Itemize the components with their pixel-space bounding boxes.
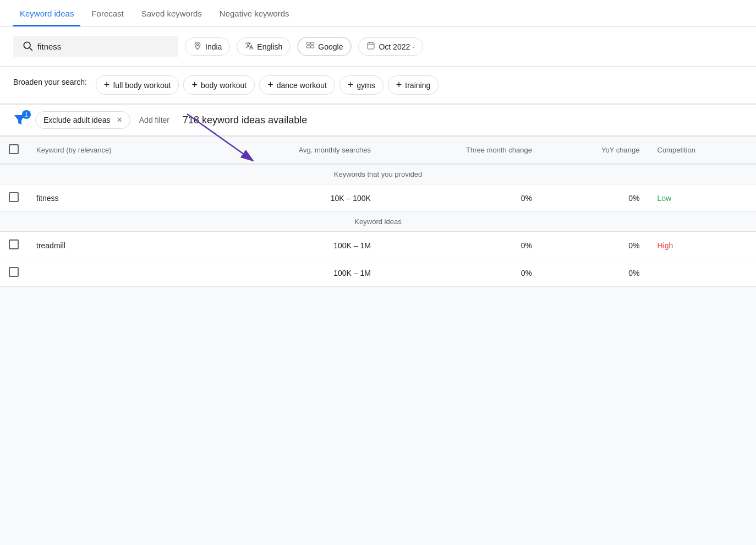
- tab-forecast[interactable]: Forecast: [85, 0, 130, 26]
- row-yoy: 0%: [541, 259, 649, 287]
- row-keyword: treadmill: [28, 232, 206, 259]
- network-icon: [306, 41, 315, 52]
- calendar-icon: [366, 41, 375, 52]
- language-label: English: [257, 42, 282, 51]
- row-select-checkbox[interactable]: [9, 267, 19, 277]
- th-keyword[interactable]: Keyword (by relevance): [28, 137, 206, 164]
- tab-negative-keywords[interactable]: Negative keywords: [213, 0, 296, 26]
- row-avg-monthly: 10K – 100K: [206, 184, 380, 212]
- svg-line-1: [30, 48, 32, 51]
- language-icon: [245, 41, 254, 52]
- search-icon: [22, 40, 33, 53]
- broaden-chip-gyms[interactable]: + gyms: [339, 75, 384, 95]
- chip-label: dance workout: [277, 81, 327, 90]
- th-avg-monthly[interactable]: Avg. monthly searches: [206, 137, 380, 164]
- row-yoy: 0%: [541, 184, 649, 212]
- search-box: [13, 36, 178, 57]
- svg-rect-5: [307, 46, 310, 48]
- row-keyword: fitness: [28, 184, 206, 212]
- table-body: Keywords that you provided fitness 10K –…: [0, 164, 756, 287]
- plus-icon: +: [396, 79, 402, 91]
- th-competition[interactable]: Competition: [649, 137, 757, 164]
- broaden-chip-body-workout[interactable]: + body workout: [183, 75, 255, 95]
- row-avg-monthly: 100K – 1M: [206, 232, 380, 259]
- location-filter[interactable]: India: [185, 37, 230, 56]
- row-checkbox[interactable]: [0, 232, 28, 259]
- table-container: Keyword (by relevance) Avg. monthly sear…: [0, 136, 756, 287]
- chip-label: training: [405, 81, 430, 90]
- th-three-month[interactable]: Three month change: [380, 137, 541, 164]
- svg-rect-7: [368, 43, 374, 49]
- filter-badge: 1: [22, 110, 31, 119]
- toolbar: India English Google: [0, 27, 756, 67]
- section-provided-label: Keywords that you provided: [0, 164, 756, 184]
- filter-funnel[interactable]: 1: [13, 113, 26, 127]
- table-header: Keyword (by relevance) Avg. monthly sear…: [0, 137, 756, 164]
- ideas-count: 718 keyword ideas available: [183, 115, 307, 126]
- highlight-wrapper: 10K – 100K: [215, 194, 371, 203]
- row-avg-monthly: 100K – 1M: [206, 259, 380, 287]
- location-label: India: [205, 42, 222, 51]
- plus-icon: +: [348, 79, 354, 91]
- date-range-label: Oct 2022 -: [379, 42, 414, 51]
- network-filter[interactable]: Google: [297, 37, 352, 56]
- row-select-checkbox[interactable]: [9, 192, 19, 202]
- broaden-chip-dance-workout[interactable]: + dance workout: [259, 75, 335, 95]
- table-row: fitness 10K – 100K 0% 0% Low: [0, 184, 756, 212]
- svg-rect-6: [311, 46, 314, 48]
- row-yoy: 0%: [541, 232, 649, 259]
- section-provided-header: Keywords that you provided: [0, 164, 756, 184]
- chip-label: gyms: [357, 81, 375, 90]
- row-three-month: 0%: [380, 259, 541, 287]
- row-competition: [649, 259, 757, 287]
- table-wrapper: 1 Exclude adult ideas × Add filter 718 k…: [0, 105, 756, 287]
- row-competition: Low: [649, 184, 757, 212]
- plus-icon: +: [191, 79, 198, 91]
- row-keyword: [28, 259, 206, 287]
- row-competition: High: [649, 232, 757, 259]
- language-filter[interactable]: English: [237, 37, 291, 56]
- select-all-checkbox[interactable]: [9, 144, 19, 154]
- add-filter-button[interactable]: Add filter: [139, 116, 169, 124]
- table-row: treadmill 100K – 1M 0% 0% High: [0, 232, 756, 259]
- svg-rect-4: [311, 42, 314, 45]
- section-ideas-label: Keyword ideas: [0, 212, 756, 232]
- broaden-chips: + full body workout + body workout + dan…: [96, 75, 439, 95]
- section-ideas-header: Keyword ideas: [0, 212, 756, 232]
- table-row: 100K – 1M 0% 0%: [0, 259, 756, 287]
- tab-keyword-ideas[interactable]: Keyword ideas: [13, 0, 80, 26]
- th-select: [0, 137, 28, 164]
- tabs-bar: Keyword ideas Forecast Saved keywords Ne…: [0, 0, 756, 27]
- row-checkbox[interactable]: [0, 259, 28, 287]
- broaden-label: Broaden your search:: [13, 75, 87, 86]
- keywords-table: Keyword (by relevance) Avg. monthly sear…: [0, 137, 756, 287]
- broaden-chip-full-body-workout[interactable]: + full body workout: [96, 75, 179, 95]
- row-three-month: 0%: [380, 232, 541, 259]
- network-label: Google: [318, 42, 343, 51]
- row-checkbox[interactable]: [0, 184, 28, 212]
- filter-bar: 1 Exclude adult ideas × Add filter 718 k…: [0, 105, 756, 136]
- svg-rect-3: [307, 42, 310, 45]
- broaden-section: Broaden your search: + full body workout…: [0, 67, 756, 105]
- row-select-checkbox[interactable]: [9, 239, 19, 249]
- exclude-adult-pill[interactable]: Exclude adult ideas ×: [35, 111, 130, 129]
- plus-icon: +: [267, 79, 273, 91]
- location-icon: [193, 41, 202, 52]
- exclude-close-icon[interactable]: ×: [117, 115, 122, 125]
- chip-label: body workout: [201, 81, 246, 90]
- date-range-filter[interactable]: Oct 2022 -: [358, 37, 423, 56]
- th-yoy[interactable]: YoY change: [541, 137, 649, 164]
- svg-point-2: [196, 43, 198, 45]
- row-three-month: 0%: [380, 184, 541, 212]
- exclude-label: Exclude adult ideas: [43, 116, 110, 124]
- search-input[interactable]: [37, 42, 147, 51]
- plus-icon: +: [104, 79, 110, 91]
- annotation-container: Keyword (by relevance) Avg. monthly sear…: [0, 136, 756, 287]
- broaden-chip-training[interactable]: + training: [388, 75, 439, 95]
- tab-saved-keywords[interactable]: Saved keywords: [135, 0, 209, 26]
- chip-label: full body workout: [113, 81, 171, 90]
